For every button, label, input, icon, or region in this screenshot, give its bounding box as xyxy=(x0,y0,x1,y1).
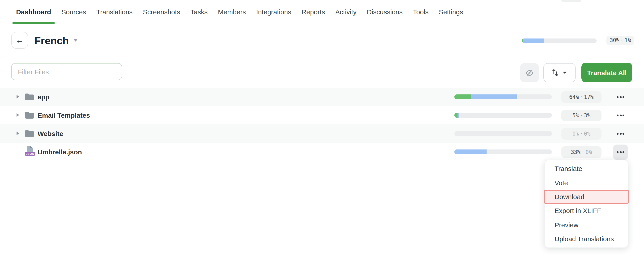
file-progress-badge: 33%·0% xyxy=(561,146,602,158)
file-progress-badge: 64%·17% xyxy=(561,91,602,103)
file-name[interactable]: Website xyxy=(38,124,63,143)
file-row-website[interactable]: Website 0%·0% xyxy=(0,124,644,143)
sort-button[interactable] xyxy=(544,63,576,82)
header-divider xyxy=(11,57,633,57)
tab-dashboard[interactable]: Dashboard xyxy=(12,0,55,24)
file-context-menu: Translate Vote Download Export in XLIFF … xyxy=(544,160,628,248)
menu-item-export-in-xliff[interactable]: Export in XLIFF xyxy=(545,204,628,218)
language-progress-badge: 30%·1% xyxy=(606,36,634,45)
file-row-email-templates[interactable]: Email Templates 5%·3% xyxy=(0,106,644,124)
percent-separator: · xyxy=(579,94,584,100)
page-title: French xyxy=(34,34,69,48)
dot xyxy=(622,96,624,98)
top-nav: Dashboard Sources Translations Screensho… xyxy=(0,0,644,24)
filter-files-input[interactable] xyxy=(11,63,122,80)
row-menu-button[interactable] xyxy=(613,89,628,105)
menu-item-vote[interactable]: Vote xyxy=(545,176,628,190)
dot xyxy=(617,133,618,134)
percent-separator: · xyxy=(620,37,624,43)
dot xyxy=(617,114,618,116)
tab-translations[interactable]: Translations xyxy=(93,0,136,24)
file-name[interactable]: app xyxy=(38,88,50,106)
row-menu-button-open[interactable] xyxy=(613,144,628,160)
dot xyxy=(620,151,622,153)
file-progress-bar xyxy=(454,94,552,99)
approved-percent: 17% xyxy=(584,94,594,100)
file-row-app[interactable]: app 64%·17% xyxy=(0,88,644,106)
menu-item-translate[interactable]: Translate xyxy=(545,162,628,176)
file-progress-bar xyxy=(454,113,552,118)
filter-files-field xyxy=(11,63,122,80)
dot xyxy=(617,151,618,153)
translated-progress-segment xyxy=(457,113,459,118)
translated-percent: 64% xyxy=(569,94,579,100)
language-progress-bar xyxy=(522,39,596,43)
folder-icon xyxy=(24,111,34,119)
tab-tasks[interactable]: Tasks xyxy=(187,0,211,24)
tab-members[interactable]: Members xyxy=(214,0,250,24)
file-list: app 64%·17% Email Templates 5%·3% xyxy=(0,88,644,161)
project-language-page: Dashboard Sources Translations Screensho… xyxy=(0,0,644,260)
translated-percent: 30% xyxy=(610,37,620,43)
approved-percent: 0% xyxy=(584,130,590,137)
dot xyxy=(622,114,624,116)
tab-activity[interactable]: Activity xyxy=(332,0,360,24)
file-progress-bar xyxy=(454,149,552,154)
tab-integrations[interactable]: Integrations xyxy=(253,0,295,24)
tab-screenshots[interactable]: Screenshots xyxy=(139,0,184,24)
approved-percent: 1% xyxy=(624,37,631,43)
dot xyxy=(620,133,622,134)
json-format-badge: JSON xyxy=(25,151,35,155)
tab-settings[interactable]: Settings xyxy=(435,0,467,24)
dot xyxy=(622,151,624,153)
file-row-umbrella-json[interactable]: JSON Umbrella.json 33%·0% xyxy=(0,143,644,161)
tab-reports[interactable]: Reports xyxy=(298,0,328,24)
file-progress-badge: 0%·0% xyxy=(561,128,602,139)
approved-progress-segment xyxy=(454,94,471,99)
file-name[interactable]: Umbrella.json xyxy=(38,143,82,161)
dot xyxy=(620,96,622,98)
toggle-hidden-files-button[interactable] xyxy=(520,63,539,82)
menu-item-upload-translations[interactable]: Upload Translations xyxy=(545,232,628,246)
expand-caret-icon[interactable] xyxy=(16,95,19,98)
file-progress-bar xyxy=(454,131,552,136)
menu-item-preview[interactable]: Preview xyxy=(545,218,628,232)
translated-progress-segment xyxy=(454,149,486,154)
percent-separator: · xyxy=(580,149,586,155)
json-file-icon: JSON xyxy=(25,145,36,156)
file-name[interactable]: Email Templates xyxy=(38,106,90,124)
approved-percent: 0% xyxy=(586,149,592,155)
sort-arrows-icon xyxy=(552,69,558,77)
back-arrow-icon: ← xyxy=(16,36,24,44)
language-switcher-caret-icon[interactable] xyxy=(73,39,78,42)
row-menu-button[interactable] xyxy=(613,108,628,123)
percent-separator: · xyxy=(579,112,584,118)
row-menu-button[interactable] xyxy=(613,126,628,141)
cropped-popover-remnant xyxy=(561,0,582,2)
expand-caret-icon[interactable] xyxy=(16,113,19,117)
dot xyxy=(620,114,622,116)
folder-icon xyxy=(24,130,34,137)
translated-progress-segment xyxy=(522,39,544,43)
translated-progress-segment xyxy=(471,94,517,99)
top-nav-list: Dashboard Sources Translations Screensho… xyxy=(0,0,644,24)
translated-percent: 0% xyxy=(572,130,579,137)
sort-caret-icon xyxy=(562,72,567,74)
percent-separator: · xyxy=(579,130,584,137)
approved-percent: 3% xyxy=(584,112,590,118)
translated-percent: 33% xyxy=(571,149,580,155)
tab-discussions[interactable]: Discussions xyxy=(363,0,406,24)
expand-caret-icon[interactable] xyxy=(16,132,19,135)
translate-all-button[interactable]: Translate All xyxy=(582,63,632,82)
dot xyxy=(622,133,624,134)
back-button[interactable]: ← xyxy=(11,32,28,49)
folder-icon xyxy=(24,93,34,101)
eye-off-icon xyxy=(525,68,534,77)
file-progress-badge: 5%·3% xyxy=(561,109,602,121)
menu-item-download[interactable]: Download xyxy=(544,190,629,204)
tab-tools[interactable]: Tools xyxy=(410,0,432,24)
dot xyxy=(617,96,618,98)
translated-percent: 5% xyxy=(572,112,579,118)
approved-progress-segment xyxy=(454,113,457,118)
tab-sources[interactable]: Sources xyxy=(58,0,90,24)
